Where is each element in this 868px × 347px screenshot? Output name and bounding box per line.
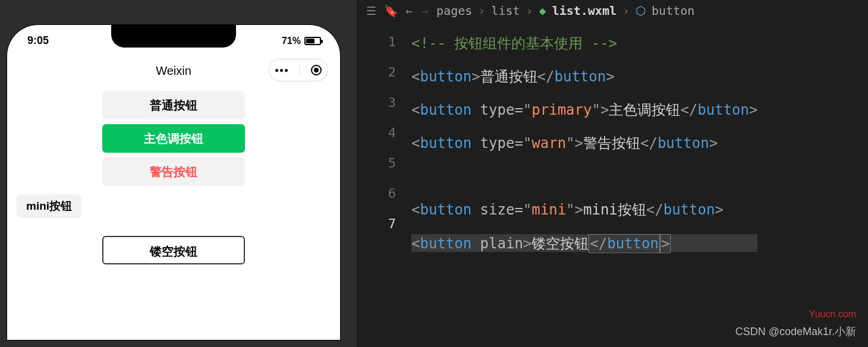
file-icon: ◆ <box>539 4 546 18</box>
status-right: 71% <box>282 36 321 46</box>
crumb-pages[interactable]: pages <box>436 4 472 18</box>
chevron-right-icon: › <box>622 4 630 18</box>
crumb-list[interactable]: list <box>491 4 520 18</box>
plain-button[interactable]: 镂空按钮 <box>102 236 245 264</box>
code-line-active[interactable]: <button plain>镂空按钮</button> <box>411 234 757 252</box>
bookmark-icon[interactable]: 🔖 <box>385 4 397 18</box>
primary-button[interactable]: 主色调按钮 <box>102 124 245 153</box>
watermark-text: CSDN @codeMak1r.小新 <box>735 324 856 339</box>
code-lines[interactable]: <!-- 按钮组件的基本使用 --> <button>普通按钮</button>… <box>411 21 757 252</box>
warn-button[interactable]: 警告按钮 <box>102 157 245 186</box>
watermark-text: Yuucn.com <box>809 309 856 320</box>
default-button[interactable]: 普通按钮 <box>102 91 245 119</box>
status-time: 9:05 <box>27 34 49 47</box>
code-line[interactable]: <button type="warn">警告按钮</button> <box>411 134 757 152</box>
phone-preview-panel: 9:05 71% Weixin 普通按钮 主色调按钮 警告按钮 mini按钮 镂… <box>0 0 357 347</box>
cursor-selection-icon: </button <box>589 234 660 253</box>
code-line[interactable]: <button type="primary">主色调按钮</button> <box>411 101 757 119</box>
battery-percent: 71% <box>282 36 301 46</box>
nav-forward-icon[interactable]: → <box>421 4 428 18</box>
navbar-title: Weixin <box>156 64 191 78</box>
outline-icon[interactable]: ☰ <box>365 4 377 17</box>
line-number: 1 <box>357 34 396 49</box>
menu-dots-icon[interactable] <box>275 69 288 72</box>
navbar: Weixin <box>7 55 340 86</box>
nav-back-icon[interactable]: ← <box>405 4 413 18</box>
editor-toolbar: ☰ 🔖 ← → pages › list › ◆ list.wxml › ⬡ b… <box>357 0 868 21</box>
phone-frame: 9:05 71% Weixin 普通按钮 主色调按钮 警告按钮 mini按钮 镂… <box>7 25 340 340</box>
phone-notch <box>111 25 236 48</box>
capsule-divider <box>299 64 300 77</box>
code-line[interactable]: <button>普通按钮</button> <box>411 68 757 86</box>
chevron-right-icon: › <box>526 4 533 18</box>
code-line[interactable]: <button size="mini">mini按钮</button> <box>411 201 757 219</box>
line-number: 6 <box>357 186 396 201</box>
line-gutter: 1 2 3 4 5 6 7 <box>357 21 411 252</box>
cursor-selection-icon: > <box>660 234 671 253</box>
line-number: 5 <box>357 156 396 171</box>
code-editor-panel: ☰ 🔖 ← → pages › list › ◆ list.wxml › ⬡ b… <box>357 0 868 347</box>
close-target-icon[interactable] <box>311 65 322 75</box>
line-number: 7 <box>357 216 396 231</box>
breadcrumb[interactable]: pages › list › ◆ list.wxml › ⬡ button <box>436 4 694 18</box>
line-number: 3 <box>357 95 396 110</box>
code-line[interactable] <box>411 168 757 185</box>
capsule-menu[interactable] <box>269 59 328 81</box>
page-content: 普通按钮 主色调按钮 警告按钮 mini按钮 镂空按钮 <box>7 91 340 264</box>
symbol-icon: ⬡ <box>636 4 646 18</box>
line-number: 4 <box>357 125 396 140</box>
mini-button[interactable]: mini按钮 <box>17 194 81 218</box>
code-area[interactable]: 1 2 3 4 5 6 7 <!-- 按钮组件的基本使用 --> <button… <box>357 21 868 252</box>
line-number: 2 <box>357 65 396 80</box>
crumb-symbol[interactable]: button <box>652 4 694 18</box>
chevron-right-icon: › <box>478 4 485 18</box>
battery-icon <box>304 37 321 45</box>
crumb-file[interactable]: list.wxml <box>552 4 617 18</box>
code-line[interactable]: <!-- 按钮组件的基本使用 --> <box>411 34 757 52</box>
